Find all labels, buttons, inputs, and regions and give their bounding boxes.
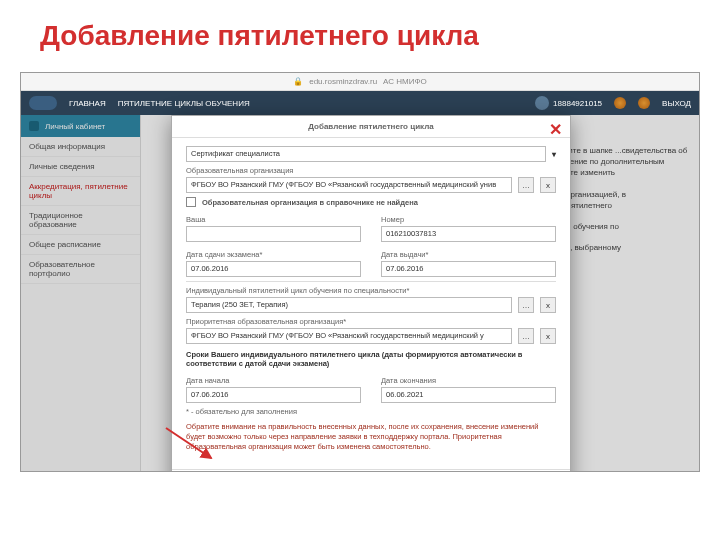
start-date-input: 07.06.2016	[186, 387, 361, 403]
address-bar: 🔒 edu.rosminzdrav.ru АС НМИФО	[21, 73, 699, 91]
org-lookup-button[interactable]: …	[518, 177, 534, 193]
number-input[interactable]: 016210037813	[381, 226, 556, 242]
user-icon	[535, 96, 549, 110]
series-label: Ваша	[186, 215, 361, 224]
spec-lookup-button[interactable]: …	[518, 297, 534, 313]
exit-button[interactable]: ВЫХОД	[662, 99, 691, 108]
spec-input[interactable]: Терапия (250 ЗЕТ, Терапия)	[186, 297, 512, 313]
start-date-label: Дата начала	[186, 376, 361, 385]
spec-label: Индивидуальный пятилетний цикл обучения …	[186, 286, 556, 295]
cert-select[interactable]: Сертификат специалиста	[186, 146, 546, 162]
org-input[interactable]: ФГБОУ ВО Рязанский ГМУ (ФГБОУ ВО «Рязанс…	[186, 177, 512, 193]
issue-date-label: Дата выдачи*	[381, 250, 556, 259]
spec-clear-button[interactable]: x	[540, 297, 556, 313]
exam-date-input[interactable]: 07.06.2016	[186, 261, 361, 277]
user-block: 18884921015	[535, 96, 602, 110]
add-cycle-modal: Добавление пятилетнего цикла ✕ Сертифика…	[171, 115, 571, 472]
url-text: edu.rosminzdrav.ru	[309, 77, 377, 86]
warning-text: Обратите внимание на правильность внесен…	[186, 422, 556, 451]
end-date-label: Дата окончания	[381, 376, 556, 385]
exam-date-label: Дата сдачи экзамена*	[186, 250, 361, 259]
close-icon[interactable]: ✕	[549, 120, 562, 139]
series-input[interactable]	[186, 226, 361, 242]
priority-input[interactable]: ФГБОУ ВО Рязанский ГМУ (ФГБОУ ВО «Рязанс…	[186, 328, 512, 344]
app-topbar: ГЛАВНАЯ ПЯТИЛЕТНИЕ ЦИКЛЫ ОБУЧЕНИЯ 188849…	[21, 91, 699, 115]
magnify-icon[interactable]	[614, 97, 626, 109]
priority-label: Приоритетная образовательная организация…	[186, 317, 556, 326]
org-notfound-checkbox[interactable]	[186, 197, 196, 207]
lock-icon: 🔒	[293, 77, 303, 86]
org-label: Образовательная организация	[186, 166, 556, 175]
slide-title: Добавление пятилетнего цикла	[0, 0, 720, 62]
nav-home[interactable]: ГЛАВНАЯ	[69, 99, 106, 108]
required-hint: * - обязательно для заполнения	[186, 407, 556, 416]
issue-date-input[interactable]: 07.06.2016	[381, 261, 556, 277]
org-clear-button[interactable]: x	[540, 177, 556, 193]
modal-header: Добавление пятилетнего цикла ✕	[172, 116, 570, 138]
end-date-input: 06.06.2021	[381, 387, 556, 403]
number-label: Номер	[381, 215, 556, 224]
period-note: Сроки Вашего индивидуального пятилетнего…	[186, 350, 556, 368]
help-icon[interactable]	[638, 97, 650, 109]
logo-icon	[29, 96, 57, 110]
screenshot-frame: 🔒 edu.rosminzdrav.ru АС НМИФО ГЛАВНАЯ ПЯ…	[20, 72, 700, 472]
nav-cycles[interactable]: ПЯТИЛЕТНИЕ ЦИКЛЫ ОБУЧЕНИЯ	[118, 99, 250, 108]
modal-title: Добавление пятилетнего цикла	[308, 122, 433, 131]
org-notfound-label: Образовательная организация в справочник…	[202, 198, 418, 207]
app-name: АС НМИФО	[383, 77, 427, 86]
user-id: 18884921015	[553, 99, 602, 108]
priority-lookup-button[interactable]: …	[518, 328, 534, 344]
priority-clear-button[interactable]: x	[540, 328, 556, 344]
